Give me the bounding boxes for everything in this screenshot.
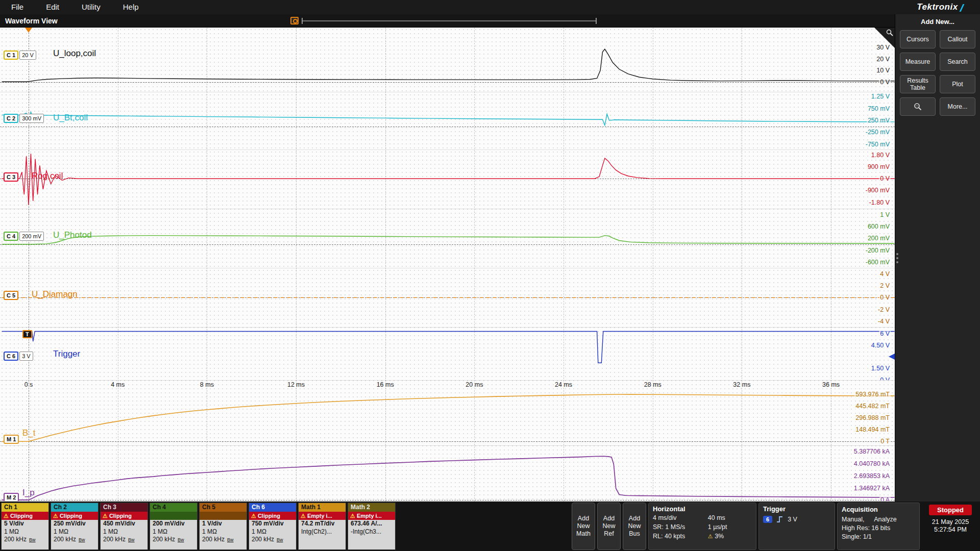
card-math-1[interactable]: Math 1⚠Empty i...74.2 mT/divIntg(Ch2)... (298, 503, 346, 550)
panel-resize-handle[interactable] (896, 253, 898, 263)
zoom-overview-bar[interactable] (302, 18, 597, 24)
zoom-overview-track[interactable] (303, 20, 596, 21)
waveform-label-m1[interactable]: B_t (22, 428, 36, 438)
zoom-overview-icon[interactable] (290, 17, 299, 24)
sidebar-button-results-table[interactable]: Results Table (900, 75, 936, 93)
y-tick-ch5: 0 V (879, 294, 891, 301)
sidebar-button-measure[interactable]: Measure (900, 53, 936, 71)
trigger-source-t-badge[interactable]: T (22, 330, 32, 338)
card-row: 1 MΩ (200, 528, 247, 536)
menu-item-edit[interactable]: Edit (35, 0, 70, 14)
trigger-position-marker[interactable] (25, 28, 32, 33)
waveform-label-ch1[interactable]: U_loop,coil (53, 48, 96, 59)
y-tick-ch2: 1.25 V (870, 93, 891, 100)
channel-scale-ch4[interactable]: 200 mV (19, 232, 44, 241)
card-ch-2[interactable]: Ch 2⚠Clipping250 mV/div1 MΩ200 kHzBw (51, 503, 99, 550)
y-tick-ch3: 1.80 V (870, 152, 891, 159)
y-tick-m2: 0 A (879, 496, 891, 502)
channel-badge-ch4[interactable]: C 4200 mV (4, 232, 44, 241)
y-tick-ch4: 1 V (879, 211, 891, 218)
right-sidebar: Add New... CursorsCalloutMeasureSearchRe… (895, 14, 980, 502)
card-header: Ch 6 (249, 503, 296, 512)
waveform-label-ch3[interactable]: Rog,coil (32, 171, 63, 181)
waveform-label-ch5[interactable]: U_Diamagn (32, 289, 78, 299)
x-tick-label: 32 ms (727, 381, 756, 388)
trigger-source-ch6-badge: 6 (763, 516, 772, 523)
channel-badge-ch2[interactable]: C 2300 mV (4, 114, 44, 123)
card-ch-6[interactable]: Ch 6⚠Clipping750 mV/div1 MΩ200 kHzBw (249, 503, 297, 550)
channel-pill-ch4[interactable]: C 4 (4, 232, 18, 241)
channel-badge-ch6[interactable]: C 63 V (4, 352, 33, 361)
card-row: 1 MΩ (249, 528, 296, 536)
card-ch-3[interactable]: Ch 3⚠Clipping450 mV/div1 MΩ200 kHzBw (100, 503, 148, 550)
slice-ch3: 1.80 V900 mV0 V-900 mV-1.80 VC 3Rog,coil (0, 150, 895, 209)
y-tick-m1: 593.976 mT (854, 391, 891, 398)
card-ch-1[interactable]: Ch 1⚠Clipping5 V/div1 MΩ200 kHzBw (1, 503, 49, 550)
card-status (200, 512, 247, 520)
waveform-label-m2[interactable]: I_p (22, 488, 35, 498)
channel-pill-ch1[interactable]: C 1 (4, 51, 18, 60)
menu-item-utility[interactable]: Utility (70, 0, 112, 14)
waveform-trace-ch6 (0, 328, 895, 381)
add-new-math-button[interactable]: Add New Math (572, 503, 595, 550)
sidebar-button-zoom[interactable] (900, 97, 936, 116)
trigger-level-marker[interactable] (889, 354, 895, 360)
zoom-corner-button[interactable] (874, 28, 895, 48)
bandwidth-suffix: Bw (277, 537, 283, 542)
x-tick-label: 28 ms (639, 381, 667, 388)
card-math-2[interactable]: Math 2⚠Empty i...673.46 A/...-Intg(Ch3..… (348, 503, 396, 550)
waveform-view-title: Waveform View (0, 17, 58, 25)
channel-scale-ch6[interactable]: 3 V (19, 352, 33, 361)
horizontal-record-length: RL: 40 kpts (653, 533, 708, 540)
menu-item-file[interactable]: File (0, 0, 35, 14)
y-tick-ch3: 900 mV (867, 163, 891, 170)
add-new-ref-button[interactable]: Add New Ref (597, 503, 621, 550)
channel-scale-ch2[interactable]: 300 mV (19, 114, 44, 123)
y-tick-ch4: -200 mV (865, 247, 891, 254)
sidebar-button-search[interactable]: Search (940, 53, 975, 71)
channel-badge-m1[interactable]: M 1 (4, 435, 19, 444)
card-row: 200 kHzBw (150, 536, 197, 544)
menu-bar: FileEditUtilityHelp Tektronix (0, 0, 980, 14)
card-body: 74.2 mT/divIntg(Ch2)... (299, 520, 346, 549)
channel-badge-ch3[interactable]: C 3 (4, 172, 18, 182)
sidebar-button-more[interactable]: More... (940, 97, 975, 116)
horizontal-panel[interactable]: Horizontal 4 ms/div 40 ms SR: 1 MS/s 1 µ… (648, 503, 756, 550)
horizontal-sample-rate: SR: 1 MS/s (653, 523, 708, 531)
channel-pill-ch3[interactable]: C 3 (4, 172, 18, 182)
channel-pill-m1[interactable]: M 1 (4, 435, 19, 444)
channel-badge-ch1[interactable]: C 120 V (4, 51, 36, 60)
sidebar-button-plot[interactable]: Plot (940, 75, 975, 93)
card-body: 673.46 A/...-Intg(Ch3... (348, 520, 395, 549)
bandwidth-suffix: Bw (29, 537, 36, 542)
waveform-label-ch2[interactable]: U_Bt,coil (53, 113, 88, 123)
x-tick-label: 20 ms (460, 381, 488, 388)
slice-m2: 5.387706 kA4.040780 kA2.693853 kA1.34692… (0, 446, 895, 502)
card-row: 1 MΩ (150, 528, 197, 536)
waveform-label-ch4[interactable]: U_Photod (53, 230, 92, 240)
horizontal-position: ⚠ 3% (708, 533, 752, 540)
sidebar-button-cursors[interactable]: Cursors (900, 30, 936, 48)
channel-badge-m2[interactable]: M 2 (4, 493, 19, 502)
acquisition-panel[interactable]: Acquisition Manual, Analyze High Res: 16… (837, 503, 920, 550)
card-header: Ch 1 (2, 503, 48, 512)
channel-scale-ch1[interactable]: 20 V (19, 51, 36, 60)
channel-pill-ch5[interactable]: C 5 (4, 291, 18, 300)
sidebar-button-callout[interactable]: Callout (940, 30, 975, 48)
card-ch-5[interactable]: Ch 51 V/div1 MΩ200 kHzBw (199, 503, 247, 550)
waveform-label-ch6[interactable]: Trigger (53, 349, 80, 359)
channel-pill-ch6[interactable]: C 6 (4, 352, 18, 361)
channel-badge-ch5[interactable]: C 5 (4, 291, 18, 300)
x-tick-label: 4 ms (104, 381, 132, 388)
card-body: 5 V/div1 MΩ200 kHzBw (2, 520, 48, 549)
trigger-panel[interactable]: Trigger 6 3 V (758, 503, 835, 550)
card-status-text: Clipping (109, 513, 132, 519)
card-ch-4[interactable]: Ch 4200 mV/div1 MΩ200 kHzBw (150, 503, 198, 550)
channel-pill-ch2[interactable]: C 2 (4, 114, 18, 123)
add-new-bus-button[interactable]: Add New Bus (623, 503, 646, 550)
channel-pill-m2[interactable]: M 2 (4, 493, 19, 502)
waveform-grid[interactable]: 30 V20 V10 V0 VC 120 VU_loop,coil1.25 V7… (0, 28, 895, 502)
waveform-view-titlebar[interactable]: Waveform View (0, 14, 895, 28)
y-tick-m2: 5.387706 kA (853, 448, 891, 455)
menu-item-help[interactable]: Help (112, 0, 150, 14)
